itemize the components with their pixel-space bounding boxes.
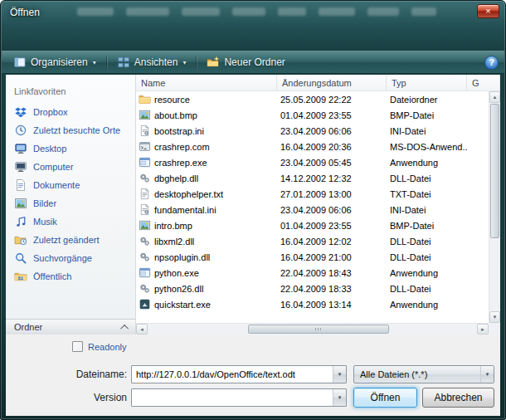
file-row-intro-bmp[interactable]: intro.bmp01.04.2009 23:55BMP-Datei	[136, 217, 489, 233]
chevron-down-icon: ▾	[486, 371, 489, 378]
quickstart-icon	[139, 298, 151, 310]
sidebar-item-bilder[interactable]: Bilder	[6, 194, 135, 212]
command-toolbar: Organisieren▾Ansichten▾Neuer Ordner ?	[2, 51, 504, 74]
chevron-down-icon: ▾	[182, 59, 186, 66]
close-button[interactable]: ×	[477, 4, 499, 18]
pictures-icon	[14, 197, 27, 210]
file-row-fundamental-ini[interactable]: fundamental.ini23.04.2009 06:06INI-Datei	[136, 202, 489, 217]
version-input[interactable]	[132, 389, 333, 406]
column-header-name[interactable]: Name	[136, 75, 277, 90]
dll-icon	[139, 172, 151, 184]
organize-icon	[13, 56, 27, 69]
titlebar[interactable]: Öffnen ×	[1, 1, 505, 26]
sidebar-item-dokumente[interactable]: Dokumente	[6, 176, 135, 194]
app-icon	[139, 156, 151, 168]
filetype-value: Alle Dateien (*.*)	[354, 366, 480, 383]
version-dropdown-button[interactable]: ▾	[333, 389, 346, 406]
column-header-g[interactable]: G	[467, 75, 500, 90]
public-icon	[14, 270, 27, 283]
vertical-scrollbar[interactable]: ▲ ▼	[489, 91, 500, 323]
ini-icon	[139, 125, 151, 137]
filetype-dropdown[interactable]: Alle Dateien (*.*) ▾	[353, 365, 494, 383]
folders-expander[interactable]: Ordner	[6, 319, 135, 335]
filename-combobox[interactable]: ▾	[131, 365, 347, 383]
open-file-dialog: Öffnen × ← → « OpenOffice.org 3▸program▸…	[0, 0, 506, 420]
file-row-bootstrap-ini[interactable]: bootstrap.ini23.04.2009 06:06INI-Datei	[136, 123, 489, 139]
readonly-option: Readonly	[72, 341, 126, 352]
scroll-right-button[interactable]: ►	[477, 324, 489, 335]
sidebar-item-musik[interactable]: Musik	[6, 212, 135, 231]
toolbar-neuer-ordner-button[interactable]: Neuer Ordner	[201, 53, 290, 71]
scroll-down-icon: ▼	[493, 315, 498, 320]
version-label: Version	[6, 392, 127, 403]
dropbox-icon	[14, 105, 27, 119]
ini-icon	[139, 203, 151, 216]
scroll-down-button[interactable]: ▼	[489, 311, 500, 323]
sidebar-item-zuletzt-besuchte-orte[interactable]: Zuletzt besuchte Orte	[6, 121, 135, 139]
file-row-python26-dll[interactable]: python26.dll22.04.2009 18:33DLL-Datei	[136, 281, 489, 296]
dll-icon	[139, 251, 151, 263]
toolbar-organisieren-button[interactable]: Organisieren▾	[7, 53, 102, 71]
image-icon	[139, 219, 151, 232]
horizontal-scrollbar-thumb[interactable]	[248, 325, 389, 334]
folder-icon	[139, 93, 151, 105]
toolbar-ansichten-button[interactable]: Ansichten▾	[111, 53, 192, 71]
toolbar-items: Organisieren▾Ansichten▾Neuer Ordner	[7, 53, 291, 71]
chevron-down-icon: ▾	[93, 59, 96, 66]
views-icon	[117, 56, 130, 69]
new-folder-icon	[207, 56, 220, 69]
file-row-npsoplugin-dll[interactable]: npsoplugin.dll16.04.2009 21:00DLL-Datei	[136, 249, 489, 265]
close-icon: ×	[485, 6, 490, 16]
dialog-content: Linkfavoriten DropboxZuletzt besuchte Or…	[6, 74, 500, 335]
filename-dropdown-button[interactable]: ▾	[333, 366, 346, 383]
column-header-anderungsdatum[interactable]: Änderungsdatum	[277, 75, 387, 90]
computer-icon	[14, 160, 27, 173]
sidebar-item-desktop[interactable]: Desktop	[6, 139, 135, 158]
toolbar-separator	[106, 56, 107, 69]
filename-input[interactable]	[132, 366, 333, 383]
desktop-icon	[14, 142, 27, 155]
file-row-resource[interactable]: resource25.05.2009 22:22Dateiordner	[136, 91, 489, 107]
music-icon	[14, 215, 27, 228]
image-icon	[139, 109, 151, 121]
horizontal-scrollbar[interactable]: ◄ ►	[136, 323, 489, 335]
app-icon	[139, 266, 151, 279]
file-row-crashrep-com[interactable]: crashrep.com16.04.2009 20:36MS-DOS-Anwen…	[136, 139, 489, 154]
readonly-checkbox[interactable]	[72, 341, 83, 352]
file-row-desktophelper-txt[interactable]: desktophelper.txt27.01.2009 13:00TXT-Dat…	[136, 186, 489, 202]
txt-icon	[139, 188, 151, 200]
scroll-up-button[interactable]: ▲	[489, 91, 500, 103]
readonly-label: Readonly	[88, 342, 126, 352]
favorites-header: Linkfavoriten	[14, 86, 135, 96]
file-row-quickstart-exe[interactable]: quickstart.exe16.04.2009 13:14Anwendung	[136, 296, 489, 312]
dialog-footer: Readonly Dateiname: ▾ Alle Dateien (*.*)…	[6, 335, 500, 416]
column-header-typ[interactable]: Typ	[387, 75, 467, 90]
chevron-up-icon	[120, 324, 129, 332]
open-button[interactable]: Öffnen	[353, 388, 417, 408]
folders-header: Ordner	[14, 322, 42, 332]
column-headers: NameÄnderungsdatumTypG	[136, 75, 500, 91]
file-row-dbghelp-dll[interactable]: dbghelp.dll14.12.2002 12:32DLL-Datei	[136, 170, 489, 186]
file-row-crashrep-exe[interactable]: crashrep.exe23.04.2009 05:45Anwendung	[136, 154, 489, 170]
sidebar: Linkfavoriten DropboxZuletzt besuchte Or…	[6, 75, 136, 335]
scroll-left-icon: ◄	[139, 327, 144, 332]
sidebar-item-zuletzt-geandert[interactable]: Zuletzt geändert	[6, 231, 135, 249]
filename-label: Dateiname:	[6, 369, 127, 380]
vertical-scrollbar-thumb[interactable]	[490, 104, 499, 238]
cancel-button[interactable]: Abbrechen	[422, 388, 494, 408]
help-button[interactable]: ?	[484, 56, 499, 70]
file-row-libxml2-dll[interactable]: libxml2.dll16.04.2009 12:02DLL-Datei	[136, 233, 489, 249]
file-row-about-bmp[interactable]: about.bmp01.04.2009 23:55BMP-Datei	[136, 107, 489, 123]
sidebar-item-dropbox[interactable]: Dropbox	[6, 103, 135, 121]
sidebar-item-offentlich[interactable]: Öffentlich	[6, 267, 135, 286]
sidebar-item-computer[interactable]: Computer	[6, 158, 135, 176]
chevron-down-icon: ▾	[338, 394, 342, 401]
filetype-dropdown-button[interactable]: ▾	[480, 366, 494, 383]
scroll-left-button[interactable]: ◄	[136, 324, 148, 335]
dll-icon	[139, 235, 151, 247]
file-row-python-exe[interactable]: python.exe22.04.2009 18:43Anwendung	[136, 265, 489, 281]
help-icon: ?	[489, 57, 494, 67]
version-combobox[interactable]: ▾	[131, 388, 347, 407]
sidebar-item-suchvorgange[interactable]: Suchvorgänge	[6, 249, 135, 267]
scrollbar-corner	[489, 323, 500, 335]
